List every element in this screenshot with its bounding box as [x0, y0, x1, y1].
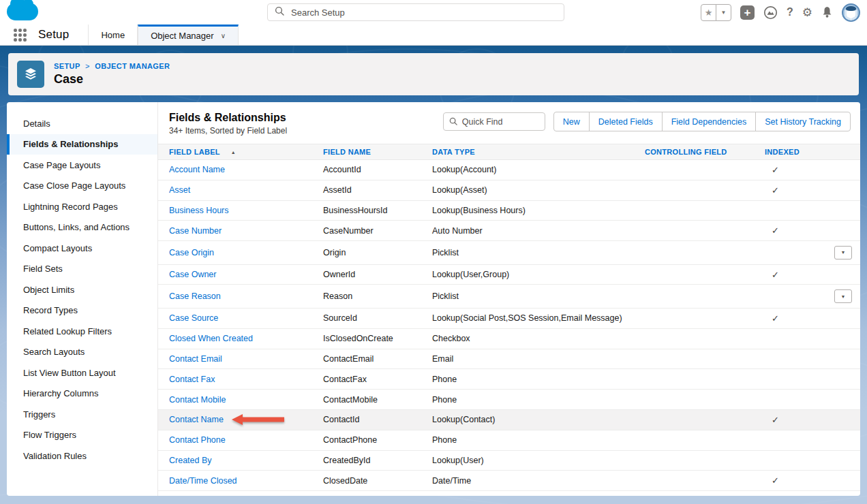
set-history-tracking-button[interactable]: Set History Tracking: [755, 112, 851, 131]
indexed-check-icon: ✓: [772, 270, 779, 280]
search-setup-input[interactable]: [291, 7, 564, 18]
sidebar-item[interactable]: Hierarchy Columns: [7, 383, 157, 405]
indexed-check-icon: ✓: [772, 225, 779, 236]
data-type-cell: Picklist: [432, 248, 645, 257]
field-label-link[interactable]: Case Source: [169, 313, 218, 323]
table-row: Case ReasonReasonPicklist▼: [158, 285, 860, 309]
data-type-cell: Lookup(User,Group): [432, 270, 645, 279]
breadcrumb-object-manager-link[interactable]: OBJECT MANAGER: [95, 62, 170, 70]
indexed-cell: ✓: [765, 185, 830, 195]
quick-find-box[interactable]: [443, 112, 545, 131]
row-actions-menu-button[interactable]: ▼: [834, 289, 852, 303]
tab-home[interactable]: Home: [88, 25, 138, 45]
page-title: Case: [54, 72, 170, 86]
field-label-link[interactable]: Asset: [169, 185, 190, 195]
table-row: Account NameAccountIdLookup(Account)✓: [158, 160, 860, 180]
quick-find-input[interactable]: [462, 117, 530, 127]
field-name-cell: Reason: [323, 292, 432, 301]
global-search-box[interactable]: [267, 3, 564, 21]
field-label-link[interactable]: Case Reason: [169, 292, 221, 301]
data-type-cell: Phone: [432, 435, 645, 445]
column-header-data-type[interactable]: DATA TYPE: [432, 148, 645, 156]
column-header-indexed[interactable]: INDEXED: [765, 148, 830, 156]
sidebar-item[interactable]: Object Limits: [7, 279, 157, 300]
sidebar-item-label: Case Close Page Layouts: [23, 180, 125, 191]
field-dependencies-button[interactable]: Field Dependencies: [662, 112, 757, 131]
sidebar-item[interactable]: List View Button Layout: [7, 362, 157, 383]
breadcrumb-setup-link[interactable]: SETUP: [54, 62, 80, 70]
column-header-label: INDEXED: [765, 148, 800, 156]
field-name-cell: Origin: [323, 248, 432, 257]
table-row: AssetAssetIdLookup(Asset)✓: [158, 180, 860, 201]
help-icon[interactable]: ?: [787, 6, 793, 18]
column-header-controlling-field[interactable]: CONTROLLING FIELD: [645, 148, 765, 156]
field-label-link[interactable]: Contact Name: [169, 415, 224, 424]
indexed-check-icon: ✓: [772, 415, 779, 425]
field-label-link[interactable]: Contact Phone: [169, 435, 226, 445]
field-name-cell: IsClosedOnCreate: [323, 334, 432, 343]
app-launcher-icon[interactable]: [12, 27, 27, 42]
field-label-link[interactable]: Created By: [169, 456, 212, 465]
field-label-link[interactable]: Business Hours: [169, 206, 229, 215]
table-row: Business HoursBusinessHoursIdLookup(Busi…: [158, 201, 860, 221]
sidebar-item[interactable]: Validation Rules: [7, 445, 157, 467]
object-layers-icon: [17, 61, 44, 88]
tab-object-manager[interactable]: Object Manager ∨: [138, 25, 239, 45]
deleted-fields-button[interactable]: Deleted Fields: [589, 112, 663, 131]
sidebar-item[interactable]: Record Types: [7, 300, 157, 321]
field-label-link[interactable]: Contact Mobile: [169, 395, 226, 405]
indexed-cell: ✓: [765, 165, 830, 175]
field-label-link[interactable]: Date/Time Closed: [169, 476, 237, 486]
table-row: Case OwnerOwnerIdLookup(User,Group)✓: [158, 265, 860, 285]
setup-gear-icon[interactable]: ⚙: [802, 5, 812, 20]
sidebar-item[interactable]: Compact Layouts: [7, 238, 157, 259]
sidebar-item[interactable]: Triggers: [7, 404, 157, 425]
sidebar-item-label: Buttons, Links, and Actions: [23, 222, 130, 232]
field-label-link[interactable]: Closed When Created: [169, 334, 253, 343]
table-actions: New Deleted Fields Field Dependencies Se…: [553, 112, 851, 131]
data-type-cell: Lookup(Social Post,SOS Session,Email Mes…: [432, 313, 645, 323]
main-panel: Fields & Relationships 34+ Items, Sorted…: [158, 102, 860, 496]
data-type-cell: Lookup(Account): [432, 165, 645, 174]
sidebar-item[interactable]: Buttons, Links, and Actions: [7, 217, 157, 238]
field-label-link[interactable]: Account Name: [169, 165, 225, 174]
indexed-cell: ✓: [765, 270, 830, 280]
sidebar-item[interactable]: Lightning Record Pages: [7, 196, 157, 217]
indexed-check-icon: ✓: [772, 475, 779, 486]
guidance-icon[interactable]: [763, 5, 778, 20]
field-label-link[interactable]: Contact Email: [169, 354, 222, 364]
page-background: SETUP > OBJECT MANAGER Case DetailsField…: [0, 46, 867, 504]
table-row: Case NumberCaseNumberAuto Number✓: [158, 221, 860, 241]
table-row: Contact PhoneContactPhonePhone: [158, 430, 860, 451]
sidebar-item[interactable]: Case Close Page Layouts: [7, 176, 157, 197]
sidebar-item[interactable]: Case Page Layouts: [7, 155, 157, 176]
favorites-control[interactable]: ★ ▼: [701, 4, 731, 21]
favorites-star-icon[interactable]: ★: [701, 4, 716, 21]
notifications-bell-icon[interactable]: [821, 6, 833, 18]
row-actions-menu-button[interactable]: ▼: [834, 246, 852, 259]
sidebar-item-label: List View Button Layout: [23, 368, 116, 378]
field-label-link[interactable]: Case Number: [169, 226, 222, 236]
sidebar-item[interactable]: Field Sets: [7, 259, 157, 280]
sidebar-item[interactable]: Related Lookup Filters: [7, 321, 157, 342]
field-name-cell: OwnerId: [323, 270, 432, 279]
sidebar-item-label: Triggers: [23, 409, 55, 420]
user-avatar[interactable]: [842, 3, 860, 22]
favorites-expand-icon[interactable]: ▼: [716, 4, 731, 21]
new-button[interactable]: New: [553, 112, 590, 131]
tab-object-manager-label: Object Manager: [151, 31, 214, 41]
field-label-link[interactable]: Case Origin: [169, 248, 214, 257]
sidebar-item[interactable]: Fields & Relationships: [7, 134, 157, 155]
sidebar-item[interactable]: Search Layouts: [7, 342, 157, 363]
field-name-cell: CreatedById: [323, 456, 432, 465]
field-label-link[interactable]: Contact Fax: [169, 375, 215, 384]
field-label-link[interactable]: Case Owner: [169, 270, 216, 279]
quick-add-icon[interactable]: +: [740, 5, 755, 20]
sidebar-item[interactable]: Details: [7, 113, 157, 134]
field-name-cell: SourceId: [323, 313, 432, 323]
chevron-down-icon: ∨: [221, 32, 226, 40]
sort-ascending-icon: ▲: [231, 150, 236, 155]
column-header-field-name[interactable]: FIELD NAME: [323, 148, 432, 156]
column-header-field-label[interactable]: FIELD LABEL ▲: [169, 148, 323, 156]
sidebar-item[interactable]: Flow Triggers: [7, 425, 157, 446]
